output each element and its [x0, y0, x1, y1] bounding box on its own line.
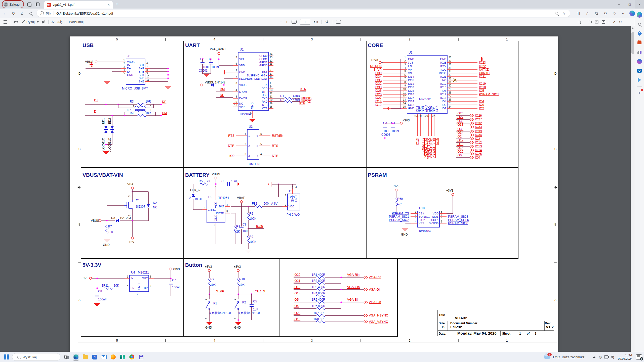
svg-text:2: 2 [245, 143, 246, 146]
split-screen-icon[interactable]: ◫ [575, 10, 582, 17]
svg-text:VBUS/VBAT-VIN: VBUS/VBAT-VIN [83, 172, 123, 178]
tray-app-icon[interactable]: ◎ [597, 354, 603, 360]
taskbar-search[interactable]: Wyszukaj [12, 353, 60, 361]
favorite-star-icon[interactable]: ☆ [560, 10, 567, 17]
tab-vga32-pdf[interactable]: PDF vga32_v1.4.pdf × [44, 1, 113, 9]
add-sidebar-icon[interactable]: + [636, 90, 642, 96]
pdf-search-icon[interactable] [578, 21, 581, 23]
read-aloud-icon[interactable]: A) [52, 20, 55, 24]
collections-icon[interactable]: ⧉ [593, 10, 600, 17]
taskbar-explorer-icon[interactable] [82, 354, 88, 360]
copilot-sidebar-icon[interactable] [636, 12, 642, 18]
tray-chevron-icon[interactable] [591, 354, 597, 360]
zoom-page-icon[interactable] [555, 12, 558, 15]
tab-close-icon[interactable]: × [107, 3, 110, 7]
zoom-out-button[interactable]: − [280, 20, 282, 24]
toc-icon[interactable] [4, 20, 7, 24]
scroll-up-icon[interactable] [632, 27, 634, 29]
taskbar-firefox-icon[interactable] [110, 354, 116, 360]
drop-icon[interactable] [636, 77, 642, 83]
vertical-tabs-icon[interactable] [34, 1, 41, 8]
svg-text:R4: R4 [130, 112, 134, 115]
browser-essentials-icon[interactable]: ♡ [611, 10, 618, 17]
start-button[interactable] [4, 354, 9, 359]
back-icon[interactable]: ← [2, 10, 9, 17]
taskbar-edge-icon[interactable] [73, 354, 79, 360]
profile-button[interactable]: Zaloguj [2, 0, 24, 8]
svg-text:IO5: IO5 [479, 89, 484, 93]
address-bar: ← ↻ ⌂ i Plik G:/!!Elektronika/ESP32/vga3… [0, 9, 635, 18]
svg-text:100nF: 100nF [172, 286, 181, 289]
taskbar-mail-icon[interactable] [101, 354, 107, 360]
maximize-button[interactable]: □ [624, 0, 635, 9]
settings-gear-icon[interactable]: ⚙ [619, 20, 622, 24]
taskbar-app-teal-icon[interactable] [119, 354, 126, 360]
close-button[interactable]: × [635, 0, 644, 9]
svg-text:GND: GND [440, 58, 447, 61]
page-number-input[interactable]: 1 [300, 19, 310, 25]
svg-text:+5V: +5V [129, 240, 134, 244]
omnibox[interactable]: i Plik G:/!!Elektronika/ESP32/vga32_v1.4… [37, 10, 570, 17]
refresh-icon[interactable]: ↻ [10, 10, 17, 17]
sidebar-search-icon[interactable] [27, 10, 34, 17]
print-icon[interactable] [588, 21, 592, 23]
games-icon[interactable] [636, 49, 642, 55]
url-text[interactable]: G:/!!Elektronika/ESP32/vga32_v1.4.pdf [56, 12, 555, 15]
page-view-icon[interactable] [336, 20, 341, 24]
svg-text:R5: R5 [199, 179, 203, 183]
svg-text:D: D [78, 72, 81, 75]
search-sidebar-icon[interactable] [636, 21, 642, 27]
svg-text:5: 5 [441, 220, 442, 223]
minimize-button[interactable]: – [614, 0, 624, 9]
tools-icon[interactable] [636, 40, 642, 46]
task-view-icon[interactable] [64, 354, 70, 360]
svg-text:IO26: IO26 [375, 93, 382, 96]
info-icon[interactable]: i [40, 11, 44, 15]
svg-text:MICRO_USB_SMT: MICRO_USB_SMT [122, 87, 148, 90]
svg-text:25: 25 [449, 102, 452, 105]
svg-text:CORE: CORE [368, 42, 383, 48]
svg-text:8: 8 [235, 82, 237, 85]
svg-text:19: 19 [422, 115, 425, 117]
save-icon[interactable] [595, 20, 598, 24]
rotate-icon[interactable]: ↺ [325, 20, 329, 24]
svg-text:IO13: IO13 [457, 142, 463, 146]
notification-icon[interactable]: 1 [636, 354, 642, 359]
taskbar-app-blue-icon[interactable]: N [92, 354, 98, 360]
home-icon[interactable]: ⌂ [19, 10, 26, 17]
weather-icon[interactable]: 1 [544, 355, 550, 359]
scroll-thumb[interactable] [631, 32, 634, 54]
fullscreen-icon[interactable]: ↗ [613, 20, 615, 24]
fit-width-icon[interactable]: ↔ [292, 20, 297, 24]
weather-desc[interactable]: Duże zachmurz... [562, 355, 587, 359]
draw-button[interactable]: Rysuj [21, 20, 39, 24]
new-tab-button[interactable]: + [116, 2, 118, 7]
taskbar-chrome-icon[interactable] [129, 354, 135, 360]
copilot-icon[interactable] [629, 11, 635, 16]
svg-text:Q1: Q1 [136, 199, 140, 202]
workspaces-icon[interactable] [26, 1, 32, 8]
save-as-icon[interactable] [602, 20, 605, 24]
favorites-icon[interactable]: ☆ [584, 10, 591, 17]
taskbar-floppy-app-icon[interactable] [138, 354, 144, 360]
translate-icon[interactable]: aあ [58, 20, 63, 24]
svg-text:VGA32: VGA32 [455, 316, 467, 320]
pen-icon [22, 20, 25, 23]
scrollbar[interactable] [631, 26, 635, 352]
zoom-in-button[interactable]: + [286, 20, 288, 24]
erase-icon[interactable] [41, 20, 45, 24]
weather-temp[interactable]: 17°C [552, 355, 560, 359]
clock[interactable]: 10:51 02.06.2024 [618, 353, 632, 361]
volume-icon[interactable]: ) [609, 354, 615, 360]
more-menu-icon[interactable]: ⋯ [620, 10, 627, 17]
svg-text:SCLK: SCLK [431, 218, 438, 221]
svg-text:6: 6 [441, 217, 442, 220]
svg-text:Mirco 32: Mirco 32 [419, 98, 431, 101]
shopping-icon[interactable] [636, 30, 642, 36]
outlook-icon[interactable]: O [636, 68, 642, 74]
summarize-button[interactable]: Podsumuj [69, 20, 84, 24]
m365-icon[interactable] [636, 58, 642, 64]
highlight-button[interactable] [13, 21, 18, 23]
history-icon[interactable]: ↺ [602, 10, 609, 17]
svg-text:U2: U2 [409, 51, 413, 54]
